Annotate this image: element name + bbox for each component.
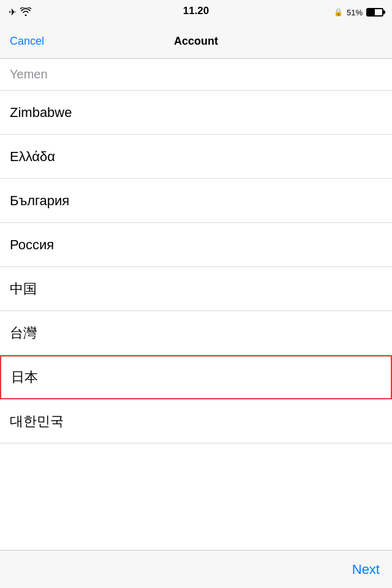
content-area: Yemen ZimbabweΕλλάδαБългарияРоссия中国台灣日本… xyxy=(0,59,392,550)
cancel-button[interactable]: Cancel xyxy=(10,35,44,48)
list-item[interactable]: 中国 xyxy=(0,267,392,311)
list-item[interactable]: 日本 xyxy=(0,355,392,399)
airplane-icon: ✈ xyxy=(9,7,17,18)
bottom-bar: Next xyxy=(0,550,392,588)
battery-fill xyxy=(368,9,375,15)
status-right: 🔒 51% xyxy=(334,8,383,17)
list-item[interactable]: Ελλάδα xyxy=(0,135,392,179)
page-title: Account xyxy=(174,35,218,48)
battery-container xyxy=(366,8,383,17)
status-time: 11.20 xyxy=(183,5,209,17)
battery-bar xyxy=(366,8,383,17)
list-item[interactable]: Россия xyxy=(0,223,392,267)
battery-percent: 51% xyxy=(347,8,363,17)
status-left: ✈ xyxy=(9,7,31,18)
list-item[interactable]: 대한민국 xyxy=(0,399,392,443)
country-list: ZimbabweΕλλάδαБългарияРоссия中国台灣日本대한민국 xyxy=(0,91,392,443)
list-item[interactable]: 台灣 xyxy=(0,311,392,355)
next-button[interactable]: Next xyxy=(352,562,380,578)
partial-country-item: Yemen xyxy=(0,59,392,91)
nav-bar: Cancel Account xyxy=(0,24,392,59)
list-item[interactable]: България xyxy=(0,179,392,223)
status-bar: ✈ 11.20 🔒 51% xyxy=(0,0,392,24)
wifi-icon xyxy=(20,7,31,18)
lock-icon: 🔒 xyxy=(334,8,343,17)
list-item[interactable]: Zimbabwe xyxy=(0,91,392,135)
